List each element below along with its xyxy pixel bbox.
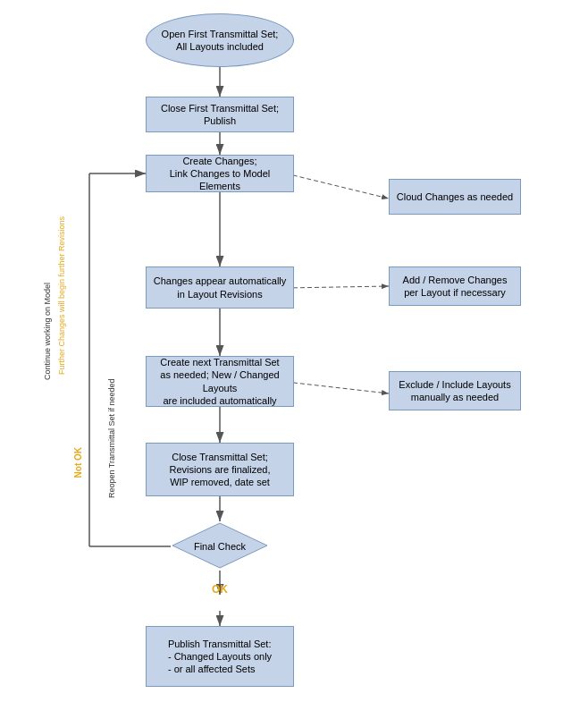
- publish-box: Publish Transmittal Set: - Changed Layou…: [146, 626, 294, 687]
- create-next-box: Create next Transmittal Set as needed; N…: [146, 356, 294, 407]
- create-next-label: Create next Transmittal Set as needed; N…: [151, 356, 289, 407]
- diagram-container: Open First Transmittal Set; All Layouts …: [0, 0, 588, 702]
- cloud-changes-label: Cloud Changes as needed: [397, 190, 513, 203]
- arrows-svg: [0, 0, 588, 702]
- close-first-label: Close First Transmittal Set; Publish: [161, 102, 279, 128]
- changes-appear-box: Changes appear automatically in Layout R…: [146, 266, 294, 309]
- exclude-include-box: Exclude / Include Layouts manually as ne…: [389, 371, 521, 410]
- create-changes-label: Create Changes; Link Changes to Model El…: [151, 155, 289, 193]
- close-transmittal-box: Close Transmittal Set; Revisions are fin…: [146, 443, 294, 496]
- svg-line-12: [286, 382, 389, 393]
- close-transmittal-label: Close Transmittal Set; Revisions are fin…: [169, 451, 270, 489]
- reopen-label: Reopen Transmittal Set if needed: [107, 349, 117, 528]
- further-changes-label: Further Changes will begin further Revis…: [57, 188, 67, 402]
- cloud-changes-box: Cloud Changes as needed: [389, 179, 521, 215]
- exclude-include-label: Exclude / Include Layouts manually as ne…: [399, 378, 510, 404]
- create-changes-box: Create Changes; Link Changes to Model El…: [146, 155, 294, 192]
- final-check-diamond: Final Check: [171, 521, 269, 571]
- open-first-label: Open First Transmittal Set; All Layouts …: [162, 28, 279, 54]
- changes-appear-label: Changes appear automatically in Layout R…: [154, 275, 287, 300]
- continue-working-label: Continue working on Model: [43, 250, 53, 411]
- add-remove-label: Add / Remove Changes per Layout if neces…: [403, 274, 508, 300]
- publish-label: Publish Transmittal Set: - Changed Layou…: [168, 638, 272, 676]
- ok-label: OK: [204, 583, 236, 596]
- final-check-label: Final Check: [194, 541, 246, 552]
- svg-line-10: [286, 173, 389, 199]
- close-first-box: Close First Transmittal Set; Publish: [146, 97, 294, 132]
- not-ok-label: Not OK: [73, 447, 83, 478]
- add-remove-box: Add / Remove Changes per Layout if neces…: [389, 266, 521, 306]
- svg-line-11: [286, 286, 389, 288]
- open-first-box: Open First Transmittal Set; All Layouts …: [146, 13, 294, 67]
